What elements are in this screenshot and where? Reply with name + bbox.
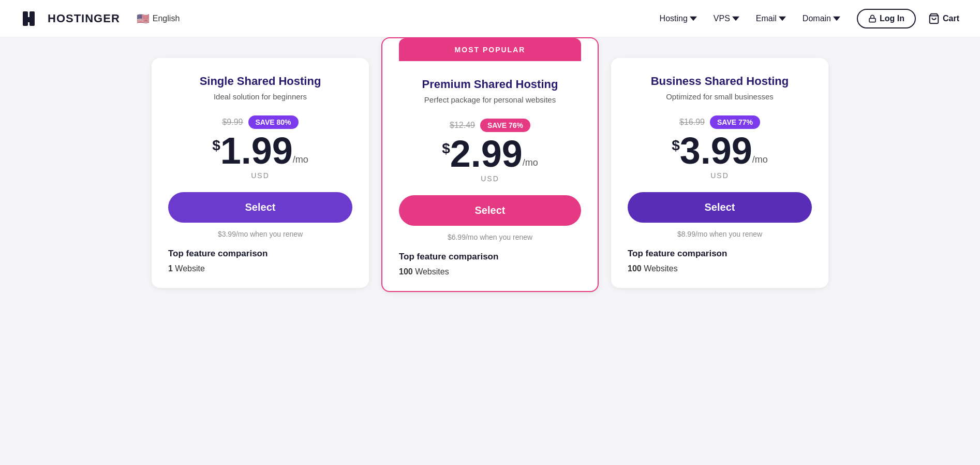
feature-title-single: Top feature comparison [168, 249, 352, 259]
cart-button[interactable]: Cart [928, 13, 959, 24]
navbar: HOSTINGER 🇺🇸 English Hosting VPS Email D… [0, 0, 980, 37]
dollar-sign-premium: $ [442, 140, 450, 157]
currency-single: USD [168, 171, 352, 180]
price-number-premium: 2.99 [450, 135, 523, 172]
renew-note-business: $8.99/mo when you renew [628, 230, 812, 238]
plan-name-premium: Premium Shared Hosting [399, 78, 581, 91]
nav-vps[interactable]: VPS [707, 10, 746, 27]
pricing-area-single: $9.99 SAVE 80% $ 1.99 /mo USD [168, 115, 352, 180]
main-content: Single Shared Hosting Ideal solution for… [0, 37, 980, 323]
dollar-sign-single: $ [212, 137, 220, 154]
flag-icon: 🇺🇸 [137, 12, 150, 25]
original-price-business: $16.99 [679, 118, 705, 127]
price-number-business: 3.99 [680, 132, 752, 169]
save-badge-business: SAVE 77% [710, 115, 760, 129]
price-mo-premium: /mo [523, 157, 538, 168]
nav-hosting[interactable]: Hosting [654, 10, 703, 27]
renew-note-single: $3.99/mo when you renew [168, 230, 352, 238]
feature-websites-business: 100 Websites [628, 264, 812, 273]
feature-title-business: Top feature comparison [628, 249, 812, 259]
currency-business: USD [628, 171, 812, 180]
logo[interactable]: HOSTINGER [21, 7, 120, 30]
price-main-business: $ 3.99 /mo [628, 132, 812, 169]
select-button-business[interactable]: Select [628, 192, 812, 223]
language-label: English [153, 14, 180, 23]
save-badge-single: SAVE 80% [248, 115, 299, 129]
login-button[interactable]: Log In [857, 9, 916, 28]
feature-title-premium: Top feature comparison [399, 252, 581, 262]
dollar-sign-business: $ [672, 137, 680, 154]
pricing-area-business: $16.99 SAVE 77% $ 3.99 /mo USD [628, 115, 812, 180]
pricing-row: Single Shared Hosting Ideal solution for… [31, 37, 949, 292]
original-price-single: $9.99 [222, 118, 243, 127]
svg-rect-4 [869, 18, 875, 22]
select-button-single[interactable]: Select [168, 192, 352, 223]
price-main-single: $ 1.99 /mo [168, 132, 352, 169]
renew-note-premium: $6.99/mo when you renew [399, 233, 581, 241]
nav-email[interactable]: Email [750, 10, 792, 27]
nav-domain[interactable]: Domain [796, 10, 847, 27]
original-price-row-premium: $12.49 SAVE 76% [399, 119, 581, 132]
most-popular-badge: MOST POPULAR [399, 38, 581, 61]
price-mo-single: /mo [293, 154, 308, 165]
logo-text: HOSTINGER [48, 12, 120, 25]
original-price-row-single: $9.99 SAVE 80% [168, 115, 352, 129]
svg-rect-3 [23, 17, 35, 22]
original-price-row-business: $16.99 SAVE 77% [628, 115, 812, 129]
plan-premium: MOST POPULAR Premium Shared Hosting Perf… [381, 37, 599, 292]
select-button-premium[interactable]: Select [399, 195, 581, 226]
save-badge-premium: SAVE 76% [480, 119, 530, 132]
plan-single: Single Shared Hosting Ideal solution for… [152, 58, 369, 288]
plan-desc-premium: Perfect package for personal websites [399, 95, 581, 104]
pricing-area-premium: $12.49 SAVE 76% $ 2.99 /mo USD [399, 119, 581, 183]
nav-links: Hosting VPS Email Domain Log In Cart [654, 9, 959, 28]
feature-websites-premium: 100 Websites [399, 267, 581, 277]
feature-websites-single: 1 Website [168, 264, 352, 273]
language-selector[interactable]: 🇺🇸 English [137, 12, 180, 25]
plan-name-business: Business Shared Hosting [628, 75, 812, 88]
price-main-premium: $ 2.99 /mo [399, 135, 581, 172]
plan-desc-single: Ideal solution for beginners [168, 92, 352, 101]
plan-name-single: Single Shared Hosting [168, 75, 352, 88]
currency-premium: USD [399, 175, 581, 183]
price-number-single: 1.99 [220, 132, 293, 169]
original-price-premium: $12.49 [450, 121, 475, 130]
price-mo-business: /mo [752, 154, 768, 165]
plan-desc-business: Optimized for small businesses [628, 92, 812, 101]
plan-business: Business Shared Hosting Optimized for sm… [611, 58, 828, 288]
